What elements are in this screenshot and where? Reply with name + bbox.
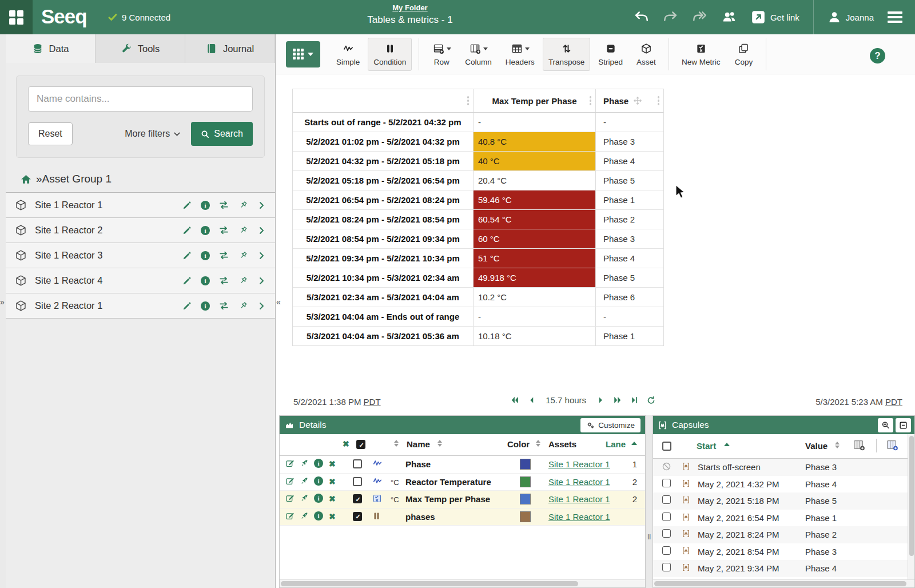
phase-value-cell[interactable]: Phase 2 bbox=[596, 210, 663, 229]
fast-forward-icon[interactable] bbox=[691, 10, 707, 25]
toolbar-transpose-button[interactable]: Transpose bbox=[543, 38, 590, 71]
metric-value-cell[interactable]: 60 °C bbox=[474, 229, 596, 248]
collapse-panel-button[interactable] bbox=[896, 418, 911, 432]
details-row[interactable]: i ✖ °C Reactor Temperature Site 1 Reacto… bbox=[280, 474, 645, 491]
metric-value-cell[interactable]: 40 °C bbox=[474, 152, 596, 170]
capsule-range-cell[interactable]: 5/2/2021 10:34 pm - 5/3/2021 02:34 am bbox=[293, 268, 474, 287]
color-column-header[interactable]: Color bbox=[507, 439, 530, 449]
expand-panel-icon[interactable]: » bbox=[0, 297, 5, 307]
edit-icon[interactable] bbox=[182, 301, 192, 311]
name-contains-input[interactable] bbox=[28, 86, 253, 112]
phase-value-cell[interactable]: Phase 6 bbox=[596, 288, 663, 307]
step-to-end-icon[interactable] bbox=[630, 395, 639, 405]
row-checkbox[interactable] bbox=[353, 477, 362, 486]
tab-tools[interactable]: Tools bbox=[96, 34, 185, 63]
chevron-right-icon[interactable] bbox=[257, 201, 266, 210]
row-checkbox[interactable] bbox=[662, 512, 671, 521]
item-name[interactable]: Phase bbox=[405, 459, 431, 469]
metric-value-cell[interactable]: 10.2 °C bbox=[474, 288, 596, 307]
toolbar-new-metric-button[interactable]: New Metric bbox=[676, 38, 726, 71]
asset-list-item[interactable]: Site 1 Reactor 3 i bbox=[6, 243, 275, 268]
row-checkbox[interactable] bbox=[662, 546, 671, 555]
info-icon[interactable]: i bbox=[314, 511, 323, 521]
edit-icon[interactable] bbox=[285, 511, 295, 521]
row-checkbox[interactable] bbox=[353, 459, 362, 468]
swap-icon[interactable] bbox=[218, 250, 229, 261]
rocket-icon[interactable] bbox=[300, 494, 309, 503]
search-button[interactable]: Search bbox=[191, 122, 253, 146]
toolbar-simple-button[interactable]: Simple bbox=[331, 38, 365, 71]
capsule-range-cell[interactable]: 5/3/2021 04:04 am - 5/3/2021 05:36 am bbox=[293, 327, 474, 345]
range-end-label[interactable]: 5/3/2021 5:23 AM PDT bbox=[815, 397, 902, 407]
swap-icon[interactable] bbox=[218, 275, 229, 286]
pin-icon[interactable] bbox=[238, 225, 248, 236]
add-metric-column-icon[interactable] bbox=[885, 439, 899, 451]
rocket-icon[interactable] bbox=[300, 459, 309, 468]
capsule-column-header[interactable] bbox=[293, 89, 474, 112]
move-column-icon[interactable] bbox=[633, 96, 642, 105]
info-icon[interactable]: i bbox=[314, 494, 323, 503]
pin-icon[interactable] bbox=[238, 301, 248, 311]
item-name[interactable]: Reactor Temperature bbox=[405, 477, 491, 487]
toolbar-condition-button[interactable]: Condition bbox=[368, 38, 412, 71]
remove-icon[interactable]: ✖ bbox=[329, 477, 336, 486]
user-avatar-icon[interactable] bbox=[828, 10, 841, 24]
capsule-range-cell[interactable]: 5/2/2021 09:34 pm - 5/2/2021 10:34 pm bbox=[293, 249, 474, 268]
metric-value-cell[interactable]: 59.46 °C bbox=[474, 190, 596, 209]
capsule-row[interactable]: Starts off-screen Phase 3 bbox=[653, 459, 914, 476]
capsule-row[interactable]: May 2, 2021 6:54 PM Phase 1 bbox=[653, 510, 914, 527]
remove-icon[interactable]: ✖ bbox=[329, 459, 336, 468]
sort-icon[interactable] bbox=[437, 440, 442, 447]
menu-icon[interactable] bbox=[888, 11, 902, 23]
step-back-half-icon[interactable] bbox=[527, 395, 536, 405]
select-all-checkbox[interactable] bbox=[662, 442, 671, 451]
metric-value-cell[interactable]: 20.4 °C bbox=[474, 171, 596, 190]
row-checkbox[interactable] bbox=[662, 495, 671, 504]
chevron-right-icon[interactable] bbox=[257, 226, 266, 235]
connection-status[interactable]: 9 Connected bbox=[108, 0, 170, 34]
pin-icon[interactable] bbox=[238, 200, 248, 210]
select-all-checkbox[interactable] bbox=[356, 440, 365, 449]
swap-icon[interactable] bbox=[218, 225, 229, 236]
chevron-right-icon[interactable] bbox=[257, 251, 266, 260]
capsule-row[interactable]: May 2, 2021 4:32 PM Phase 4 bbox=[653, 476, 914, 493]
panel-divider[interactable]: ‖ bbox=[646, 415, 653, 588]
edit-icon[interactable] bbox=[182, 251, 192, 261]
get-link-label[interactable]: Get link bbox=[770, 13, 799, 22]
pin-icon[interactable] bbox=[238, 251, 248, 261]
row-checkbox[interactable] bbox=[662, 479, 671, 487]
sort-icon[interactable] bbox=[536, 440, 540, 447]
horizontal-scrollbar[interactable] bbox=[280, 579, 645, 587]
capsule-range-cell[interactable]: 5/2/2021 05:18 pm - 5/2/2021 06:54 pm bbox=[293, 171, 474, 190]
pin-icon[interactable] bbox=[238, 276, 248, 286]
undo-icon[interactable] bbox=[634, 10, 649, 25]
edit-icon[interactable] bbox=[285, 476, 295, 486]
add-column-icon[interactable] bbox=[852, 439, 866, 451]
capsule-range-cell[interactable]: 5/2/2021 08:24 pm - 5/2/2021 08:54 pm bbox=[293, 210, 474, 229]
row-checkbox[interactable] bbox=[353, 512, 362, 521]
asset-list-item[interactable]: Site 1 Reactor 4 i bbox=[6, 268, 275, 293]
scrollbar-thumb[interactable] bbox=[281, 581, 578, 586]
phase-column-header[interactable]: Phase bbox=[596, 89, 663, 112]
metric-value-cell[interactable]: - bbox=[474, 113, 596, 132]
capsule-range-cell[interactable]: Starts out of range - 5/2/2021 04:32 pm bbox=[293, 113, 474, 132]
column-menu-icon[interactable] bbox=[463, 96, 474, 105]
capsule-row[interactable]: May 2, 2021 9:34 PM Phase 4 bbox=[653, 560, 914, 577]
item-name[interactable]: Max Temp per Phase bbox=[405, 494, 490, 504]
edit-icon[interactable] bbox=[285, 459, 295, 468]
column-menu-icon[interactable] bbox=[654, 96, 664, 105]
edit-icon[interactable] bbox=[182, 200, 192, 210]
breadcrumb-folder-link[interactable]: My Folder bbox=[367, 3, 452, 12]
phase-value-cell[interactable]: Phase 5 bbox=[596, 268, 663, 287]
phase-value-cell[interactable]: Phase 4 bbox=[596, 249, 663, 268]
asset-list-item[interactable]: Site 1 Reactor 1 i bbox=[6, 193, 275, 218]
capsule-range-cell[interactable]: 5/2/2021 08:54 pm - 5/2/2021 09:34 pm bbox=[293, 229, 474, 248]
capsule-range-cell[interactable]: 5/2/2021 01:02 pm - 5/2/2021 04:32 pm bbox=[293, 132, 474, 151]
metric-value-cell[interactable]: 51 °C bbox=[474, 249, 596, 268]
info-icon[interactable]: i bbox=[314, 459, 323, 468]
toolbar-copy-button[interactable]: Copy bbox=[728, 38, 759, 71]
color-swatch[interactable] bbox=[520, 459, 531, 470]
metric-column-header[interactable]: Max Temp per Phase bbox=[474, 89, 596, 112]
tab-journal[interactable]: Journal bbox=[185, 34, 275, 63]
edit-icon[interactable] bbox=[285, 494, 295, 503]
